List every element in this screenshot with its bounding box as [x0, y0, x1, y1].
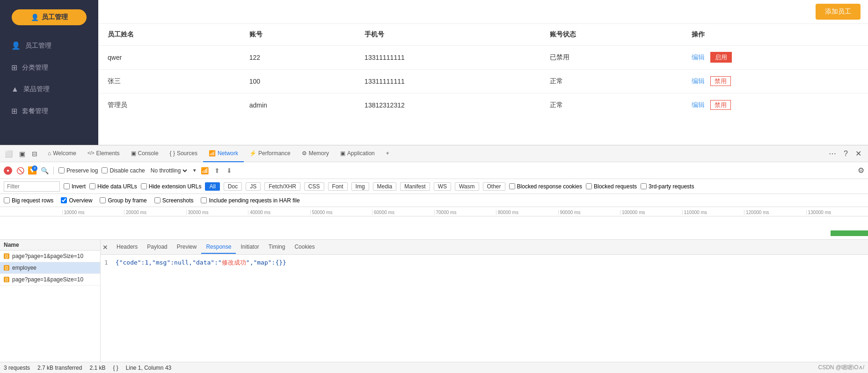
- toggle-btn-0[interactable]: 启用: [710, 52, 732, 63]
- disable-cache-label[interactable]: Disable cache: [102, 167, 145, 174]
- invert-checkbox[interactable]: [64, 183, 70, 189]
- tab-network[interactable]: 📶 Network: [203, 145, 244, 162]
- toggle-btn-1[interactable]: 禁用: [710, 76, 731, 86]
- filter-type-js[interactable]: JS: [246, 182, 261, 191]
- hide-extension-urls-label[interactable]: Hide extension URLs: [141, 183, 202, 190]
- sidebar-item-combos[interactable]: ⊞ 套餐管理: [0, 100, 98, 122]
- edit-btn-2[interactable]: 编辑: [692, 101, 705, 108]
- filter-type-ws[interactable]: WS: [434, 182, 451, 191]
- cell-status-1: 正常: [540, 70, 682, 93]
- pending-har-label[interactable]: Include pending requests in HAR file: [201, 197, 299, 204]
- dock-bottom-icon[interactable]: ⊟: [29, 148, 40, 159]
- sidebar-item-dishes[interactable]: ▲ 菜品管理: [0, 79, 98, 100]
- response-tabs: ✕ Headers Payload Preview Response Initi…: [101, 240, 868, 255]
- third-party-checkbox[interactable]: [641, 183, 647, 189]
- close-devtools-btn[interactable]: ✕: [853, 147, 864, 160]
- more-options-btn[interactable]: ⋯: [826, 147, 839, 160]
- timeline-activity-bar: [831, 230, 868, 236]
- tab-add[interactable]: +: [380, 145, 395, 162]
- tab-sources[interactable]: { } Sources: [164, 145, 203, 162]
- filter-type-font[interactable]: Font: [328, 182, 348, 191]
- tab-response[interactable]: Response: [201, 241, 236, 254]
- tab-application[interactable]: ▣ Application: [335, 145, 380, 162]
- invert-checkbox-label[interactable]: Invert: [64, 183, 86, 190]
- filter-type-doc[interactable]: Doc: [224, 182, 242, 191]
- dock-undock-icon[interactable]: ⬜: [2, 148, 15, 159]
- req-icon-2: {}: [4, 277, 9, 282]
- dock-side-icon[interactable]: ▣: [16, 148, 28, 159]
- request-item-2[interactable]: {} page?page=1&pageSize=10: [0, 274, 100, 286]
- response-panel: ✕ Headers Payload Preview Response Initi…: [101, 240, 868, 362]
- overview-checkbox[interactable]: [61, 197, 67, 203]
- filter-type-other[interactable]: Other: [483, 182, 505, 191]
- hide-data-urls-label[interactable]: Hide data URLs: [89, 183, 137, 190]
- tab-network-label: Network: [218, 150, 238, 157]
- tab-elements[interactable]: </> Elements: [82, 145, 125, 162]
- tab-timing[interactable]: Timing: [264, 241, 290, 254]
- screenshots-checkbox[interactable]: [154, 197, 160, 203]
- wifi-icon[interactable]: 📶: [201, 166, 209, 175]
- request-item-0[interactable]: {} page?page=1&pageSize=10: [0, 251, 100, 262]
- big-rows-label[interactable]: Big request rows: [4, 197, 53, 204]
- blocked-requests-checkbox[interactable]: [586, 183, 592, 189]
- group-frame-checkbox[interactable]: [100, 197, 106, 203]
- screenshots-label[interactable]: Screenshots: [154, 197, 194, 204]
- help-btn[interactable]: ?: [841, 148, 851, 160]
- toggle-btn-2[interactable]: 禁用: [710, 100, 731, 110]
- record-btn[interactable]: ●: [4, 166, 12, 175]
- tab-console[interactable]: ▣ Console: [125, 145, 164, 162]
- overview-label[interactable]: Overview: [61, 197, 92, 204]
- sidebar-item-categories[interactable]: ⊞ 分类管理: [0, 57, 98, 79]
- search-btn[interactable]: 🔍: [40, 166, 49, 175]
- big-rows-checkbox[interactable]: [4, 197, 10, 203]
- filter-type-wasm[interactable]: Wasm: [455, 182, 479, 191]
- tab-console-label: Console: [138, 150, 159, 157]
- sidebar-logo[interactable]: 👤 员工管理: [12, 9, 87, 25]
- preserve-log-checkbox[interactable]: [58, 167, 65, 173]
- filter-type-manifest[interactable]: Manifest: [400, 182, 430, 191]
- blocked-cookies-text: Blocked response cookies: [517, 183, 582, 190]
- throttle-select[interactable]: No throttling: [149, 167, 189, 174]
- request-item-1[interactable]: {} employee: [0, 262, 100, 274]
- dock-icons: ⬜ ▣ ⊟: [0, 148, 42, 159]
- status-size: 2.1 kB: [89, 365, 105, 371]
- sidebar-item-employees[interactable]: 👤 员工管理: [0, 35, 98, 57]
- group-frame-label[interactable]: Group by frame: [100, 197, 146, 204]
- settings-btn[interactable]: ⚙: [858, 166, 864, 175]
- tab-performance[interactable]: ⚡ Performance: [244, 145, 296, 162]
- tab-memory[interactable]: ⚙ Memory: [296, 145, 335, 162]
- filter-type-all[interactable]: All: [205, 182, 219, 191]
- cell-account-2: admin: [240, 93, 355, 117]
- edit-btn-1[interactable]: 编辑: [692, 77, 705, 85]
- blocked-cookies-label[interactable]: Blocked response cookies: [509, 183, 582, 190]
- hide-data-urls-checkbox[interactable]: [89, 183, 95, 189]
- tab-cookies[interactable]: Cookies: [290, 241, 319, 254]
- blocked-requests-label[interactable]: Blocked requests: [586, 183, 637, 190]
- tab-headers[interactable]: Headers: [112, 241, 142, 254]
- close-response-btn[interactable]: ✕: [102, 244, 108, 251]
- filter-type-img[interactable]: Img: [351, 182, 369, 191]
- timeline-bar-area: [0, 216, 868, 240]
- blocked-cookies-checkbox[interactable]: [509, 183, 515, 189]
- filter-type-media[interactable]: Media: [373, 182, 397, 191]
- filter-input[interactable]: [4, 181, 60, 192]
- toolbar-sep-1: [53, 167, 54, 174]
- preserve-log-label[interactable]: Preserve log: [58, 167, 98, 174]
- download-icon[interactable]: ⬇: [225, 166, 233, 175]
- cell-actions-0: 编辑 启用: [682, 46, 868, 70]
- tab-welcome[interactable]: ⌂ Welcome: [42, 145, 82, 162]
- add-employee-button[interactable]: 添加员工: [816, 4, 861, 20]
- filter-type-fetch[interactable]: Fetch/XHR: [264, 182, 300, 191]
- hide-extension-urls-checkbox[interactable]: [141, 183, 147, 189]
- tab-payload[interactable]: Payload: [142, 241, 172, 254]
- disable-cache-checkbox[interactable]: [102, 167, 108, 173]
- upload-icon[interactable]: ⬆: [213, 166, 221, 175]
- third-party-label[interactable]: 3rd-party requests: [641, 183, 694, 190]
- tab-initiator[interactable]: Initiator: [236, 241, 263, 254]
- clear-btn[interactable]: 🚫: [16, 166, 24, 175]
- tab-preview[interactable]: Preview: [172, 241, 202, 254]
- edit-btn-0[interactable]: 编辑: [692, 53, 705, 61]
- cell-name-2: 管理员: [98, 93, 240, 117]
- filter-type-css[interactable]: CSS: [304, 182, 324, 191]
- pending-har-checkbox[interactable]: [201, 197, 207, 203]
